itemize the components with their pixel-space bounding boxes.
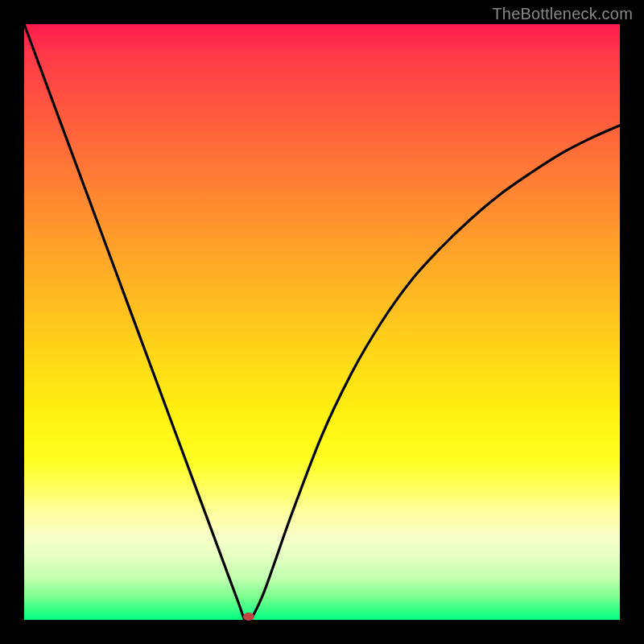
curve-svg <box>24 24 620 620</box>
curve-layer <box>24 24 620 620</box>
watermark-text: TheBottleneck.com <box>492 5 633 23</box>
bottleneck-curve <box>24 24 620 620</box>
